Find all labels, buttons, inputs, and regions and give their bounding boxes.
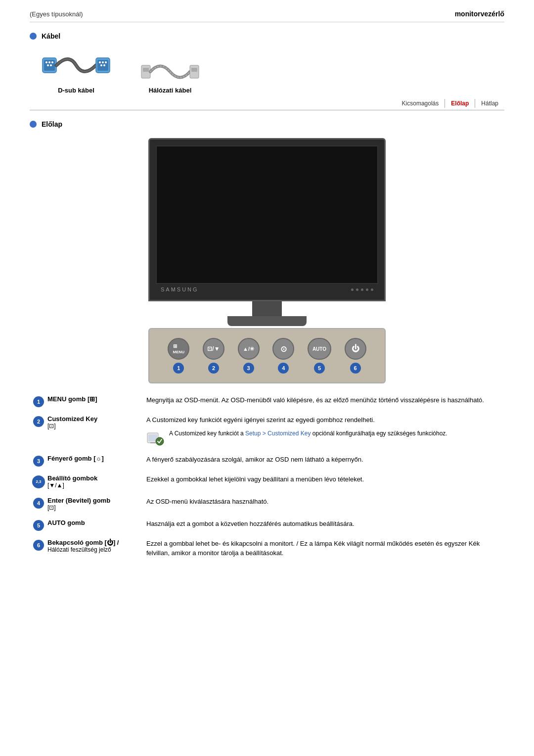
desc-label-enter: Enter (Bevitel) gomb [47, 497, 140, 504]
enter-button-icon[interactable]: ⊙ [272, 338, 294, 360]
desc-label-power-sub: Hálózati feszültség jelző [47, 546, 140, 553]
desc-row-customized: 2 Customized Key [⊡] A Customized key fu… [30, 415, 504, 447]
svg-rect-15 [143, 68, 149, 72]
enter-icon: ⊙ [280, 344, 287, 354]
kabel-section-header: Kábel [30, 32, 504, 40]
svg-point-6 [50, 64, 52, 66]
desc-num-col-2: 2 [30, 415, 47, 427]
btn-num-5: 5 [314, 363, 325, 374]
desc-row-beallito: 2,3 Beállító gombok [▼/▲] Ezekkel a gomb… [30, 474, 504, 489]
desc-text-col-23: Ezekkel a gombokkal lehet kijelölni vagy… [146, 474, 504, 484]
enter-button-item: ⊙ 4 [272, 338, 294, 374]
dsub-label: D-sub kábel [58, 87, 94, 94]
auto-button-icon[interactable]: AUTO [308, 338, 331, 360]
monitor-brand-row: SAMSUNG [156, 284, 378, 294]
desc-label-auto: AUTO gomb [47, 519, 85, 526]
desc-text-power: Ezzel a gombbal lehet be- és kikapcsolni… [146, 540, 480, 557]
desc-num-col-1: 1 [30, 395, 47, 407]
dsub-cable-item: D-sub kábel [42, 48, 111, 94]
network-cable-item: Hálózati kábel [140, 58, 200, 94]
dsub-cable-image [42, 48, 111, 83]
btn-num-6: 6 [350, 363, 361, 374]
desc-label-customized: Customized Key [47, 415, 140, 423]
info-icon [146, 429, 164, 447]
svg-point-13 [103, 64, 105, 66]
desc-label-power: Bekapcsoló gomb [⏻] / [47, 539, 140, 546]
customized-key-link[interactable]: Setup > Customized Key [245, 430, 311, 437]
desc-num-col-3: 3 [30, 455, 47, 467]
monitor-screen [156, 145, 378, 284]
desc-row-power: 6 Bekapcsoló gomb [⏻] / Hálózati feszült… [30, 539, 504, 558]
desc-text-col-4: Az OSD-menü kiválasztására használható. [146, 497, 504, 507]
monitor-body: SAMSUNG [148, 138, 386, 301]
btn-num-3: 3 [243, 363, 254, 374]
tab-kicsomagolas[interactable]: Kicsomagolás [396, 99, 445, 108]
desc-label-fenyero: Fényerő gomb [☼] [47, 455, 104, 462]
btn-num-4: 4 [278, 363, 289, 374]
network-label: Hálózati kábel [149, 87, 192, 94]
desc-num-23: 2,3 [32, 475, 45, 488]
desc-row-enter: 4 Enter (Bevitel) gomb [⊡] Az OSD-menü k… [30, 497, 504, 511]
desc-num-col-23: 2,3 [30, 474, 47, 488]
monitor-dots [351, 288, 373, 291]
elolap-header: Előlap [30, 120, 504, 128]
indicator-dot-2 [356, 288, 358, 291]
elolap-section: Előlap SAMSUNG [30, 120, 504, 558]
desc-label-col-1: MENU gomb [⊞] [47, 395, 146, 403]
brightness-icon: ▲/✳ [243, 346, 254, 352]
svg-point-10 [102, 61, 104, 63]
desc-text-col-1: Megnyitja az OSD-menüt. Az OSD-menüből v… [146, 395, 504, 405]
auto-button-item: AUTO 5 [308, 338, 331, 374]
tab-hatlap[interactable]: Hátlap [475, 99, 504, 108]
desc-label-col-4: Enter (Bevitel) gomb [⊡] [47, 497, 146, 511]
monitor-foot [227, 316, 307, 326]
header-subtitle: (Egyes típusoknál) [30, 10, 83, 18]
desc-row-fenyero: 3 Fényerő gomb [☼] A fényerő szabályozás… [30, 455, 504, 467]
blue-dot-icon [30, 33, 37, 40]
kabel-title: Kábel [42, 32, 60, 40]
desc-text-customized: A Customized key funkciót egyéni igényei… [146, 416, 375, 424]
customized-icon: ⊡/▼ [207, 345, 220, 352]
desc-label-col-2: Customized Key [⊡] [47, 415, 146, 429]
desc-label-col-5: AUTO gomb [47, 519, 146, 526]
nav-tabs: Kicsomagolás Előlap Hátlap [30, 99, 504, 110]
desc-text-beallito: Ezekkel a gombokkal lehet kijelölni vagy… [146, 475, 364, 483]
descriptions-table: 1 MENU gomb [⊞] Megnyitja az OSD-menüt. … [30, 395, 504, 558]
desc-text-menu: Megnyitja az OSD-menüt. Az OSD-menüből v… [146, 396, 484, 404]
svg-point-9 [99, 61, 101, 63]
brightness-button-item: ▲/✳ 3 [238, 338, 260, 374]
indicator-dot-4 [366, 288, 368, 291]
monitor-brand: SAMSUNG [161, 286, 199, 292]
desc-row-auto: 5 AUTO gomb Használja ezt a gombot a köz… [30, 519, 504, 531]
customized-info-box: A Customized key funkciót a Setup > Cust… [146, 429, 504, 447]
desc-text-fenyero: A fényerő szabályozására szolgál, amikor… [146, 456, 363, 463]
menu-button-icon[interactable]: ⊞MENU [168, 338, 189, 360]
indicator-dot-1 [351, 288, 354, 291]
desc-label-enter-sub: [⊡] [47, 504, 140, 511]
customized-button-icon[interactable]: ⊡/▼ [203, 338, 224, 360]
menu-button-item: ⊞MENU 1 [168, 338, 189, 374]
power-button-item: ⏻ 6 [345, 338, 366, 374]
desc-text-col-2: A Customized key funkciót egyéni igényei… [146, 415, 504, 447]
button-panel: ⊞MENU 1 ⊡/▼ 2 ▲/✳ 3 [148, 328, 386, 383]
btn-num-1: 1 [173, 363, 184, 374]
desc-text-auto: Használja ezt a gombot a közvetlen hozzá… [146, 520, 355, 527]
tab-elolap[interactable]: Előlap [445, 99, 475, 108]
desc-num-2: 2 [33, 416, 44, 427]
desc-num-4: 4 [33, 498, 44, 509]
svg-point-11 [105, 61, 107, 63]
power-icon: ⏻ [352, 344, 359, 353]
power-button-icon[interactable]: ⏻ [345, 338, 366, 360]
brightness-button-icon[interactable]: ▲/✳ [238, 338, 260, 360]
desc-num-3: 3 [33, 456, 44, 467]
desc-num-col-5: 5 [30, 519, 47, 531]
customized-info-text: A Customized key funkciót a Setup > Cust… [169, 429, 447, 438]
svg-point-3 [48, 61, 50, 63]
desc-label-menu: MENU gomb [⊞] [47, 395, 97, 403]
desc-label-beallito: Beállító gombok [47, 474, 140, 482]
desc-num-col-6: 6 [30, 539, 47, 551]
desc-label-col-23: Beállító gombok [▼/▲] [47, 474, 146, 489]
elolap-title: Előlap [42, 120, 62, 128]
network-cable-image [140, 58, 200, 83]
monitor-neck [252, 301, 282, 316]
